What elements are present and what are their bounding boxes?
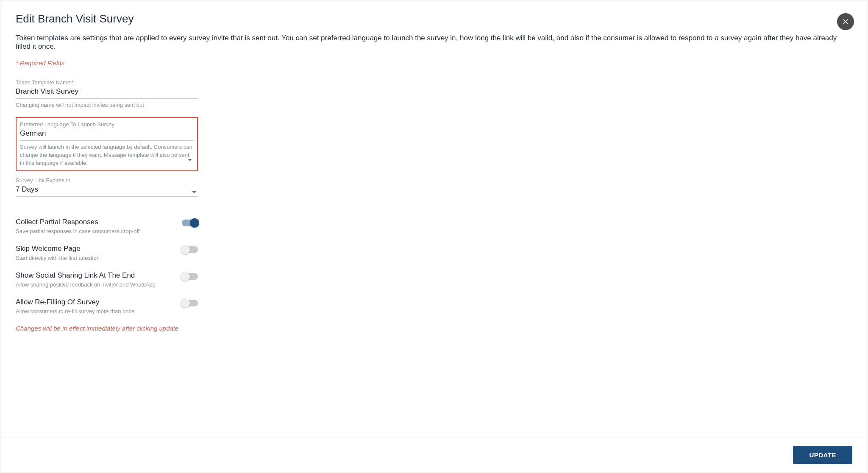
- expiry-select[interactable]: [16, 184, 198, 197]
- effect-note: Changes will be in effect immediately af…: [16, 325, 852, 332]
- expiry-field: Survey Link Expires In: [16, 171, 198, 199]
- toggle-allow-refill: Allow Re-Filling Of Survey Allow consume…: [16, 295, 198, 321]
- toggle-list: Collect Partial Responses Save partial r…: [16, 214, 198, 321]
- modal-title: Edit Branch Visit Survey: [16, 12, 852, 25]
- preferred-language-highlight: Preferred Language To Launch Survey Surv…: [16, 117, 198, 172]
- token-template-name-field: Token Template Name* Changing name will …: [16, 73, 198, 112]
- preferred-language-field: Preferred Language To Launch Survey Surv…: [20, 120, 194, 167]
- toggle-skip-welcome: Skip Welcome Page Start directly with th…: [16, 241, 198, 268]
- toggle-help: Save partial responses in case consumers…: [16, 228, 182, 234]
- token-template-name-input[interactable]: [16, 86, 198, 99]
- update-button[interactable]: UPDATE: [793, 446, 852, 464]
- modal-header: Edit Branch Visit Survey Token templates…: [0, 0, 868, 73]
- field-help: Survey will launch in the selected langu…: [20, 143, 194, 167]
- field-label: Survey Link Expires In: [16, 177, 198, 184]
- toggle-title: Allow Re-Filling Of Survey: [16, 298, 182, 306]
- modal-frame: Edit Branch Visit Survey Token templates…: [0, 0, 868, 473]
- toggle-title: Skip Welcome Page: [16, 245, 182, 253]
- preferred-language-select[interactable]: [20, 128, 194, 141]
- toggle-title: Collect Partial Responses: [16, 218, 182, 226]
- required-asterisk: *: [71, 79, 73, 86]
- toggle-skip-welcome-switch[interactable]: [182, 246, 198, 253]
- toggle-social-sharing: Show Social Sharing Link At The End Allo…: [16, 268, 198, 295]
- toggle-help: Allow sharing positive feedback on Twitt…: [16, 281, 182, 288]
- field-label: Token Template Name*: [16, 79, 198, 86]
- field-label: Preferred Language To Launch Survey: [20, 121, 194, 128]
- toggle-collect-partial: Collect Partial Responses Save partial r…: [16, 214, 198, 241]
- required-fields-label: Required Fields: [20, 59, 64, 67]
- toggle-title: Show Social Sharing Link At The End: [16, 271, 182, 280]
- toggle-social-sharing-switch[interactable]: [182, 273, 198, 280]
- modal-footer: UPDATE: [0, 437, 868, 473]
- intro-text: Token templates are settings that are ap…: [16, 34, 852, 51]
- toggle-collect-partial-switch[interactable]: [182, 220, 198, 226]
- field-help: Changing name will not impact invites be…: [16, 101, 198, 109]
- toggle-help: Start directly with the first question: [16, 255, 182, 261]
- toggle-help: Allow consumers to re-fill survey more t…: [16, 308, 182, 314]
- close-icon: [842, 18, 849, 25]
- required-fields-hint: *Required Fields: [16, 59, 852, 67]
- modal-body: Token Template Name* Changing name will …: [0, 73, 868, 437]
- asterisk-icon: *: [16, 59, 18, 67]
- toggle-allow-refill-switch[interactable]: [182, 300, 198, 306]
- close-button[interactable]: [837, 13, 854, 30]
